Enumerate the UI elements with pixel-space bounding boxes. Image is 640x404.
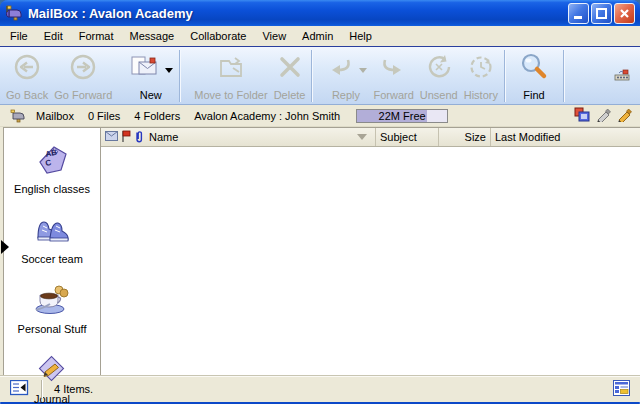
app-window: MailBox : Avalon Academy File Edit Forma… [0, 0, 640, 404]
panel-expand-arrow[interactable] [1, 240, 9, 254]
folder-journal[interactable]: Journal [32, 352, 72, 404]
titlebar[interactable]: MailBox : Avalon Academy [0, 0, 640, 26]
column-size[interactable]: Size [438, 128, 490, 146]
flag-icon[interactable] [121, 130, 131, 145]
quickviewer-icon[interactable] [10, 380, 29, 398]
message-list[interactable] [101, 147, 640, 375]
go-back-icon [12, 53, 42, 87]
move-to-folder-label: Move to Folder [194, 89, 267, 101]
status-bar: 4 Items. [0, 375, 640, 402]
reply-icon [324, 53, 354, 87]
toolbar-separator [311, 50, 312, 102]
maximize-button[interactable] [591, 3, 612, 24]
read-status-icon[interactable] [105, 131, 118, 143]
forward-button[interactable]: Forward [370, 49, 416, 103]
sneakers-icon [32, 212, 72, 250]
new-label: New [140, 89, 162, 101]
window-controls [566, 3, 635, 24]
menu-file[interactable]: File [2, 27, 36, 45]
free-space-label: 22M Free [357, 110, 447, 122]
menu-help[interactable]: Help [341, 27, 380, 45]
free-space-indicator: 22M Free [356, 109, 448, 123]
main-area: AB C English classes [0, 127, 640, 375]
close-button[interactable] [614, 3, 635, 24]
column-headers: Name Subject Size Last Modified [101, 128, 640, 147]
find-label: Find [523, 89, 544, 101]
go-forward-button[interactable]: Go Forward [51, 49, 115, 103]
menu-bar: File Edit Format Message Collaborate Vie… [0, 26, 640, 46]
column-last-modified-label: Last Modified [495, 131, 560, 143]
summary-account: Avalon Academy : John Smith [194, 110, 340, 122]
find-button[interactable]: Find [508, 49, 560, 103]
toolbar-separator [504, 50, 505, 102]
toolbar-handle-icon[interactable] [613, 69, 633, 87]
summary-bar: Mailbox 0 Files 4 Folders Avalon Academy… [0, 105, 640, 127]
abc-folder-icon: AB C [32, 142, 72, 180]
menu-edit[interactable]: Edit [36, 27, 71, 45]
menu-message[interactable]: Message [122, 27, 183, 45]
column-subject[interactable]: Subject [375, 128, 438, 146]
window-title: MailBox : Avalon Academy [28, 6, 566, 21]
column-name[interactable]: Name [145, 128, 375, 146]
delete-button[interactable]: Delete [271, 49, 309, 103]
column-last-modified[interactable]: Last Modified [490, 128, 640, 146]
items-count-label: 4 Items. [54, 383, 93, 395]
go-forward-label: Go Forward [54, 89, 112, 101]
mailbox-small-icon [10, 109, 27, 123]
new-mail-icon [128, 53, 160, 87]
forward-icon [379, 53, 409, 87]
new-button[interactable]: New [125, 49, 176, 103]
paperclip-icon[interactable] [134, 130, 144, 145]
move-to-folder-button[interactable]: Move to Folder [191, 49, 270, 103]
history-label: History [464, 89, 498, 101]
mailbox-icon [6, 5, 24, 21]
go-back-button[interactable]: Go Back [3, 49, 51, 103]
sort-descending-icon[interactable] [357, 134, 367, 140]
reply-button[interactable]: Reply [321, 49, 370, 103]
column-name-label: Name [149, 131, 178, 143]
menu-format[interactable]: Format [71, 27, 122, 45]
unsend-icon [424, 53, 454, 87]
folder-sidebar: AB C English classes [3, 127, 101, 375]
toolbar-separator [179, 50, 180, 102]
menu-collaborate[interactable]: Collaborate [182, 27, 254, 45]
reply-dropdown-caret[interactable] [359, 68, 367, 73]
folder-label: Soccer team [21, 253, 83, 265]
folder-soccer-team[interactable]: Soccer team [21, 212, 83, 265]
history-button[interactable]: History [461, 49, 501, 103]
summary-mailbox-label: Mailbox [36, 110, 74, 122]
column-size-label: Size [465, 131, 486, 143]
delete-icon [275, 53, 305, 87]
toolbar-separator [563, 50, 564, 102]
unsend-button[interactable]: Unsend [417, 49, 461, 103]
new-dropdown-caret[interactable] [165, 68, 173, 73]
pencil-gray-icon[interactable] [596, 107, 611, 124]
statusbar-separator [41, 380, 42, 398]
folder-english-classes[interactable]: AB C English classes [14, 142, 90, 195]
folder-personal-stuff[interactable]: Personal Stuff [18, 282, 87, 335]
toolbar: Go Back Go Forward [0, 46, 640, 105]
folder-label: Personal Stuff [18, 323, 87, 335]
go-back-label: Go Back [6, 89, 48, 101]
minimize-button[interactable] [568, 3, 589, 24]
delete-label: Delete [274, 89, 306, 101]
find-icon [518, 51, 550, 87]
reply-label: Reply [332, 89, 360, 101]
column-subject-label: Subject [380, 131, 417, 143]
forward-label: Forward [373, 89, 413, 101]
history-icon [466, 53, 496, 87]
folder-label: English classes [14, 183, 90, 195]
move-to-folder-icon [215, 53, 247, 87]
summary-folders-count: 4 Folders [134, 110, 180, 122]
go-forward-icon [68, 53, 98, 87]
unsend-label: Unsend [420, 89, 458, 101]
panels-icon[interactable] [574, 107, 590, 124]
menu-view[interactable]: View [254, 27, 294, 45]
coffee-cup-icon [32, 282, 72, 320]
pencil-gold-icon[interactable] [617, 107, 632, 124]
layout-icon[interactable] [613, 380, 630, 398]
menu-admin[interactable]: Admin [294, 27, 341, 45]
summary-files-count: 0 Files [88, 110, 120, 122]
message-pane: Name Subject Size Last Modified [101, 127, 640, 375]
